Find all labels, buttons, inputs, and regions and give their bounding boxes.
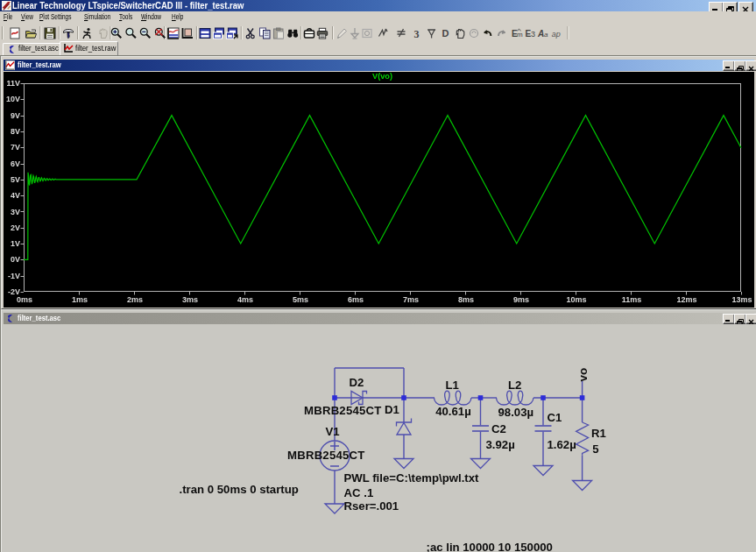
- svg-text:V(vo): V(vo): [372, 72, 392, 81]
- svg-text:1V: 1V: [11, 239, 20, 248]
- svg-text:3: 3: [414, 28, 420, 40]
- svg-text:9V: 9V: [11, 111, 20, 120]
- svg-text:2V: 2V: [11, 223, 20, 232]
- svg-text:MBRB2545CT: MBRB2545CT: [287, 449, 364, 462]
- svg-text:Rser=.001: Rser=.001: [344, 499, 399, 513]
- svg-text:PWL file=C:\temp\pwl.txt: PWL file=C:\temp\pwl.txt: [344, 471, 480, 485]
- svg-text:;ac lin 10000 10 150000: ;ac lin 10000 10 150000: [427, 541, 553, 552]
- svg-text:4V: 4V: [11, 191, 20, 200]
- svg-text:3.92µ: 3.92µ: [486, 438, 515, 451]
- svg-text:0ms: 0ms: [17, 295, 32, 304]
- svg-text:9ms: 9ms: [513, 295, 529, 304]
- svg-text:MBRB2545CT: MBRB2545CT: [304, 404, 381, 417]
- svg-text:a: a: [544, 31, 548, 39]
- svg-text:vo: vo: [576, 368, 590, 382]
- svg-text:1.62µ: 1.62µ: [548, 438, 576, 451]
- svg-text:3V: 3V: [11, 208, 20, 216]
- svg-text:8ms: 8ms: [458, 295, 474, 304]
- svg-text:5V: 5V: [11, 175, 20, 184]
- svg-text:98.03µ: 98.03µ: [498, 406, 534, 419]
- svg-text:7V: 7V: [11, 143, 20, 152]
- svg-text:11ms: 11ms: [622, 295, 642, 304]
- svg-text:12ms: 12ms: [676, 295, 696, 304]
- svg-text:L1: L1: [446, 379, 459, 392]
- svg-text:m: m: [517, 31, 523, 39]
- svg-text:3ms: 3ms: [182, 295, 198, 304]
- svg-text:D: D: [442, 28, 449, 39]
- svg-text:40.61µ: 40.61µ: [435, 405, 471, 418]
- svg-text:D1: D1: [385, 403, 399, 416]
- svg-text:ap: ap: [552, 30, 561, 39]
- svg-text:AC .1: AC .1: [344, 486, 374, 499]
- svg-text:C2: C2: [491, 422, 506, 435]
- svg-text:L2: L2: [508, 379, 521, 392]
- svg-text:D2: D2: [350, 376, 364, 389]
- svg-text:C1: C1: [548, 411, 562, 424]
- svg-text:2ms: 2ms: [127, 295, 143, 304]
- svg-text:.tran 0 50ms 0 startup: .tran 0 50ms 0 startup: [180, 483, 299, 496]
- svg-text:6ms: 6ms: [348, 295, 364, 304]
- svg-text:0V: 0V: [11, 255, 20, 264]
- svg-text:3: 3: [531, 30, 535, 39]
- svg-text:7ms: 7ms: [403, 295, 419, 304]
- svg-text:-1V: -1V: [8, 272, 20, 280]
- svg-text:6V: 6V: [11, 159, 20, 168]
- svg-text:11V: 11V: [6, 79, 20, 88]
- svg-text:5: 5: [592, 442, 598, 456]
- svg-text:A: A: [537, 29, 544, 39]
- svg-text:4ms: 4ms: [237, 295, 253, 304]
- svg-text:13ms: 13ms: [731, 295, 752, 304]
- svg-text:8V: 8V: [11, 127, 20, 136]
- svg-text:10ms: 10ms: [566, 295, 586, 304]
- svg-text:5ms: 5ms: [293, 295, 308, 304]
- svg-text:V1: V1: [326, 425, 340, 438]
- svg-text:1ms: 1ms: [72, 295, 88, 304]
- svg-text:R1: R1: [591, 427, 606, 440]
- svg-text:10V: 10V: [6, 95, 20, 103]
